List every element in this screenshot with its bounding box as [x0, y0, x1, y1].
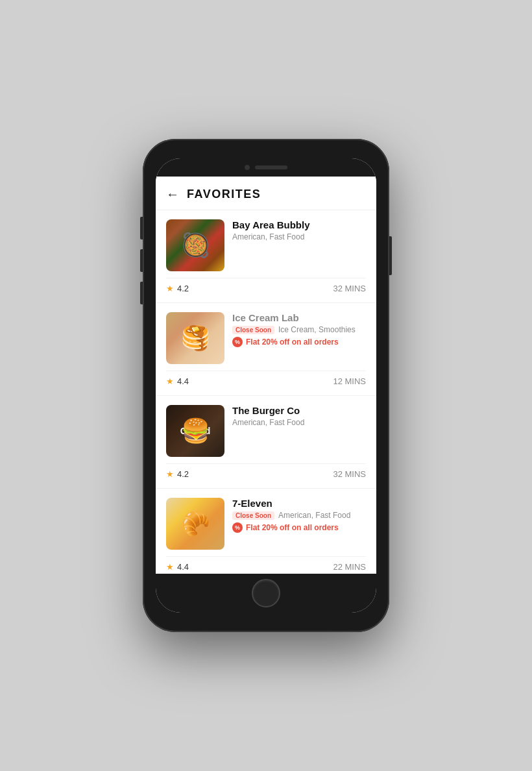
rating-row: ★ 4.4	[166, 376, 189, 386]
restaurant-top-row: Bay Area Bubbly American, Fast Food	[166, 219, 366, 271]
home-button[interactable]	[252, 579, 280, 607]
star-icon: ★	[166, 562, 174, 572]
close-soon-badge: Close Soon	[232, 511, 274, 520]
restaurant-item-bay-area-bubbly[interactable]: Bay Area Bubbly American, Fast Food ★ 4.…	[156, 210, 376, 303]
rating-value: 4.4	[177, 562, 189, 572]
closed-label: Closed	[180, 426, 211, 436]
restaurant-name: 7-Eleven	[232, 498, 366, 509]
restaurant-tags: Ice Cream, Smoothies	[278, 325, 356, 334]
restaurant-image-bay-area-bubbly	[166, 219, 224, 271]
restaurant-info: Ice Cream Lab Close Soon Ice Cream, Smoo…	[232, 312, 366, 364]
restaurant-item-seven-eleven[interactable]: 7-Eleven Close Soon American, Fast Food …	[156, 489, 376, 574]
screen-content: ← FAVORITES Bay Area Bubbly American, Fa…	[156, 177, 376, 574]
offer-text: Flat 20% off on all orders	[246, 337, 339, 347]
restaurant-bottom-row: ★ 4.2 32 MINS	[166, 463, 366, 479]
phone-bottom-bar	[156, 574, 376, 613]
restaurant-tags: American, Fast Food	[232, 418, 366, 427]
delivery-time: 22 MINS	[333, 562, 366, 572]
page-title: FAVORITES	[187, 188, 261, 201]
rating-row: ★ 4.2	[166, 469, 189, 479]
page-header: ← FAVORITES	[156, 177, 376, 210]
restaurant-bottom-row: ★ 4.4 12 MINS	[166, 371, 366, 386]
restaurant-info: The Burger Co American, Fast Food	[232, 405, 366, 457]
rating-value: 4.4	[177, 376, 189, 386]
close-soon-row: Close Soon American, Fast Food	[232, 511, 366, 520]
close-soon-badge: Close Soon	[232, 326, 274, 334]
close-soon-row: Close Soon Ice Cream, Smoothies	[232, 325, 366, 334]
star-icon: ★	[166, 284, 174, 293]
restaurant-name: Ice Cream Lab	[232, 312, 366, 323]
star-icon: ★	[166, 469, 174, 479]
restaurant-image-ice-cream-lab	[166, 312, 224, 364]
offer-row: % Flat 20% off on all orders	[232, 337, 366, 347]
phone-frame: ← FAVORITES Bay Area Bubbly American, Fa…	[143, 139, 389, 632]
restaurant-name: The Burger Co	[232, 405, 366, 416]
phone-status-bar	[156, 158, 376, 177]
restaurant-tags: American, Fast Food	[232, 232, 366, 241]
restaurant-top-row: 7-Eleven Close Soon American, Fast Food …	[166, 498, 366, 550]
restaurant-bottom-row: ★ 4.2 32 MINS	[166, 278, 366, 293]
offer-badge-icon: %	[232, 522, 243, 533]
restaurant-top-row: Ice Cream Lab Close Soon Ice Cream, Smoo…	[166, 312, 366, 364]
restaurant-item-the-burger-co[interactable]: Closed The Burger Co American, Fast Food…	[156, 396, 376, 489]
camera-icon	[245, 165, 250, 170]
restaurant-name: Bay Area Bubbly	[232, 219, 366, 230]
rating-row: ★ 4.2	[166, 284, 189, 293]
restaurant-tags: American, Fast Food	[278, 511, 350, 520]
rating-row: ★ 4.4	[166, 562, 189, 572]
restaurant-info: 7-Eleven Close Soon American, Fast Food …	[232, 498, 366, 550]
back-button[interactable]: ←	[166, 187, 179, 202]
offer-badge-icon: %	[232, 337, 243, 347]
restaurant-image-seven-eleven	[166, 498, 224, 550]
rating-value: 4.2	[177, 284, 189, 293]
speaker-bar	[255, 165, 287, 169]
delivery-time: 32 MINS	[333, 469, 366, 479]
offer-row: % Flat 20% off on all orders	[232, 522, 366, 533]
restaurant-item-ice-cream-lab[interactable]: Ice Cream Lab Close Soon Ice Cream, Smoo…	[156, 303, 376, 396]
offer-text: Flat 20% off on all orders	[246, 523, 339, 532]
delivery-time: 12 MINS	[333, 376, 366, 386]
delivery-time: 32 MINS	[333, 284, 366, 293]
restaurant-image-the-burger-co: Closed	[166, 405, 224, 457]
restaurant-bottom-row: ★ 4.4 22 MINS	[166, 556, 366, 572]
favorites-list: Bay Area Bubbly American, Fast Food ★ 4.…	[156, 210, 376, 574]
phone-screen: ← FAVORITES Bay Area Bubbly American, Fa…	[156, 158, 376, 613]
rating-value: 4.2	[177, 469, 189, 479]
restaurant-top-row: Closed The Burger Co American, Fast Food	[166, 405, 366, 457]
closed-overlay: Closed	[166, 405, 224, 457]
restaurant-info: Bay Area Bubbly American, Fast Food	[232, 219, 366, 271]
star-icon: ★	[166, 376, 174, 386]
